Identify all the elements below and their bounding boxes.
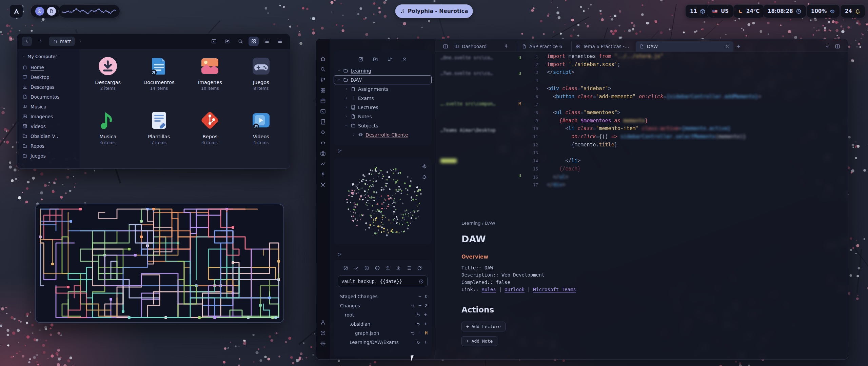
discard-icon[interactable]	[416, 312, 420, 317]
tree-chevron-icon[interactable]	[344, 105, 348, 109]
tree-chevron-icon[interactable]	[337, 69, 341, 73]
tab-stack-icon[interactable]	[443, 44, 448, 49]
menu-button[interactable]	[275, 37, 285, 46]
ribbon-icon[interactable]	[320, 87, 326, 93]
editor-tab[interactable]: ASP Practice 6	[518, 41, 571, 52]
git-refresh-icon[interactable]	[417, 265, 422, 271]
sidebar-item[interactable]: Obsidian V…	[20, 131, 76, 141]
note-breadcrumb[interactable]: Learning / DAW	[461, 221, 739, 226]
list-view-button[interactable]	[262, 37, 272, 46]
ribbon-icon[interactable]	[320, 320, 326, 325]
code-editor[interactable]: 1import mementoes from "../../store.js"2…	[435, 53, 848, 189]
folder-item[interactable]: Videos 4 items	[236, 107, 287, 161]
commit-message-input[interactable]: vault backup: {{date}}	[338, 276, 428, 287]
open-terminal-button[interactable]	[209, 37, 219, 46]
pin-icon[interactable]	[504, 44, 509, 49]
notifications-widget[interactable]: 24	[840, 4, 865, 18]
git-pull-icon[interactable]	[396, 265, 401, 271]
unstage-icon[interactable]	[418, 294, 422, 299]
ribbon-icon[interactable]	[320, 108, 326, 114]
explorer-tree-item[interactable]: Lectures	[334, 103, 432, 112]
ribbon-icon[interactable]	[320, 330, 326, 336]
git-tree-item[interactable]: Learning/DAW/Exams	[334, 338, 432, 347]
note-action-button[interactable]: + Add Lecture	[461, 322, 506, 331]
back-button[interactable]	[22, 37, 32, 46]
graph-settings-icon[interactable]	[422, 164, 427, 169]
explorer-tree-item[interactable]: Exams	[334, 94, 432, 103]
tree-chevron-icon[interactable]	[344, 124, 348, 127]
folder-item[interactable]: Imagenes 10 items	[184, 53, 236, 107]
pipes-art-window[interactable]	[35, 204, 284, 323]
folder-item[interactable]: Repos 6 items	[184, 107, 236, 161]
updates-widget[interactable]: 11	[685, 4, 710, 18]
ribbon-icon[interactable]	[320, 182, 326, 188]
explorer-tree-item[interactable]: Notes	[334, 112, 432, 121]
weather-widget[interactable]: 24°C	[733, 4, 764, 18]
graph-view-panel[interactable]	[334, 158, 432, 244]
folder-item[interactable]: Plantillas 7 items	[134, 107, 185, 161]
new-tab-button[interactable]	[736, 44, 741, 49]
git-list-icon[interactable]	[406, 265, 412, 271]
note-link[interactable]: Outlook	[505, 287, 525, 292]
breadcrumb[interactable]: matt	[49, 37, 75, 46]
new-note-button[interactable]	[358, 57, 363, 62]
sidebar-item[interactable]: Documentos	[20, 92, 76, 102]
discard-icon[interactable]	[416, 322, 420, 326]
discard-icon[interactable]	[411, 303, 415, 308]
stage-icon[interactable]	[423, 340, 428, 344]
ribbon-icon[interactable]	[320, 161, 326, 167]
grid-view-button[interactable]	[249, 37, 259, 46]
editor-content[interactable]: …One.svelte src\co… U …Two.svelte src\co…	[435, 52, 848, 359]
git-stage-all-icon[interactable]	[364, 265, 370, 271]
editor-tab[interactable]: DAW	[636, 41, 733, 52]
sidebar-item[interactable]: Descargas	[20, 82, 76, 92]
editor-tab[interactable]: Tema 6 Prácticas -…	[571, 41, 636, 52]
sidebar-item[interactable]: Home	[20, 62, 76, 72]
collapse-all-button[interactable]	[402, 57, 407, 62]
graph-view[interactable]	[334, 158, 432, 244]
tray-app-icon-2[interactable]	[47, 7, 56, 16]
folder-item[interactable]: Juegos 8 items	[236, 53, 287, 107]
explorer-tree-item[interactable]: Learning	[334, 66, 432, 75]
app-launcher-button[interactable]	[9, 4, 23, 18]
git-push-icon[interactable]	[385, 265, 391, 271]
ribbon-icon[interactable]	[320, 129, 326, 135]
sidebar-item[interactable]: Desktop	[20, 72, 76, 82]
volume-widget[interactable]: 100%	[806, 4, 840, 18]
ribbon-icon[interactable]	[320, 150, 326, 156]
explorer-tree-item[interactable]: DAW	[334, 75, 432, 84]
ribbon-icon[interactable]	[320, 119, 326, 125]
keyboard-layout-widget[interactable]: US	[707, 4, 733, 18]
git-tree-item[interactable]: Changes 2	[334, 301, 432, 310]
editor-tab[interactable]: Dashboard	[451, 41, 512, 52]
graph-focus-icon[interactable]	[422, 175, 427, 180]
note-link[interactable]: Microsoft Teams	[533, 287, 576, 292]
sidebar-item[interactable]: Musica	[20, 102, 76, 111]
clear-message-icon[interactable]	[419, 279, 424, 284]
discard-icon[interactable]	[416, 340, 420, 344]
tree-chevron-icon[interactable]	[344, 87, 348, 91]
explorer-tree-item[interactable]: Desarrollo-Cliente	[334, 130, 432, 139]
tray-app-icon-1[interactable]	[35, 7, 44, 16]
folder-item[interactable]: Documentos 14 items	[134, 53, 185, 107]
folder-item[interactable]: Musica 6 items	[82, 107, 134, 161]
tree-chevron-icon[interactable]	[352, 133, 356, 137]
tree-chevron-icon[interactable]	[337, 78, 341, 82]
ribbon-icon[interactable]	[320, 77, 326, 83]
tab-list-dropdown-icon[interactable]	[825, 44, 830, 49]
ribbon-icon[interactable]	[320, 66, 326, 72]
explorer-tree-item[interactable]: Subjects	[334, 121, 432, 130]
search-button[interactable]	[235, 37, 245, 46]
ribbon-icon[interactable]	[320, 171, 326, 177]
git-discard-icon[interactable]	[343, 265, 349, 271]
split-editor-icon[interactable]	[835, 44, 840, 49]
sidebar-item[interactable]: Videos	[20, 121, 76, 131]
git-unstage-all-icon[interactable]	[375, 265, 380, 271]
sidebar-item[interactable]: Repos	[20, 141, 76, 151]
stage-icon[interactable]	[418, 331, 422, 335]
sidebar-item[interactable]: Juegos	[20, 151, 76, 161]
new-folder-button[interactable]	[373, 57, 378, 62]
stage-icon[interactable]	[418, 303, 422, 308]
sidebar-item[interactable]: Imagenes	[20, 111, 76, 121]
ribbon-icon[interactable]	[320, 56, 326, 62]
